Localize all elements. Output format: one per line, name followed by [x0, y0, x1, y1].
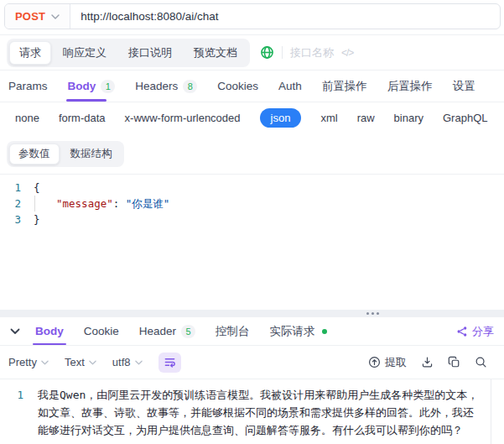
url-input-group: POST http://localhost:8080/ai/chat [4, 3, 501, 29]
body-type-raw[interactable]: raw [357, 112, 375, 124]
tab-data-structure[interactable]: 数据结构 [61, 144, 122, 165]
tab-response-cookie[interactable]: Cookie [84, 317, 119, 345]
word-wrap-icon [164, 356, 176, 368]
doc-tab-group: 请求 响应定义 接口说明 预览文档 [7, 39, 250, 67]
tab-response-header[interactable]: Header5 [139, 317, 195, 345]
status-dot [322, 329, 327, 334]
tab-body[interactable]: Body1 [68, 71, 116, 102]
response-text: 我是Qwen，由阿里云开发的预训练语言模型。我被设计用来帮助用户生成各种类型的文… [38, 386, 484, 444]
line-number: 2 [0, 196, 34, 212]
word-wrap-toggle[interactable] [158, 353, 181, 373]
format-dropdown[interactable]: Pretty [8, 356, 49, 368]
body-type-x-www-form-urlencoded[interactable]: x-www-form-urlencoded [125, 112, 241, 124]
extract-label: 提取 [385, 355, 407, 370]
json-key: "message" [56, 197, 113, 210]
response-tabs: Body Cookie Header5 控制台 实际请求 分享 [0, 317, 504, 346]
divider [282, 46, 283, 59]
editor-line: 3 } [0, 212, 504, 227]
share-button[interactable]: 分享 [456, 324, 494, 339]
tab-post-operations[interactable]: 后置操作 [387, 71, 433, 102]
tab-response-body[interactable]: Body [35, 317, 64, 345]
tab-preview-doc[interactable]: 预览文档 [184, 41, 247, 65]
encoding-dropdown[interactable]: utf8 [112, 356, 143, 368]
url-bar-row: POST http://localhost:8080/ai/chat [0, 0, 504, 35]
line-number: 1 [0, 180, 34, 196]
scrollbar[interactable] [491, 379, 504, 444]
chevron-down-icon [51, 14, 60, 19]
copy-icon[interactable] [448, 356, 460, 368]
panel-resize-handle[interactable] [0, 310, 504, 317]
body-type-graphql[interactable]: GraphQL [443, 112, 487, 124]
json-value: "你是谁" [126, 197, 170, 210]
method-label: POST [15, 10, 45, 23]
chevron-down-icon [135, 360, 143, 365]
body-type-form-data[interactable]: form-data [59, 112, 106, 124]
tab-api-description[interactable]: 接口说明 [118, 41, 182, 65]
body-count-badge: 1 [101, 80, 115, 93]
doc-tabs-row: 请求 响应定义 接口说明 预览文档 接口名称 </> [0, 35, 504, 71]
body-type-binary[interactable]: binary [394, 112, 423, 124]
globe-icon[interactable] [260, 45, 274, 60]
extract-button[interactable]: 提取 [368, 355, 407, 370]
line-number: 3 [0, 212, 34, 227]
line-number: 1 [0, 386, 23, 444]
chevron-down-icon [10, 328, 20, 335]
tab-param-values[interactable]: 参数值 [9, 144, 60, 165]
response-body-viewer[interactable]: 1 我是Qwen，由阿里云开发的预训练语言模型。我被设计用来帮助用户生成各种类型… [0, 379, 504, 444]
share-icon [456, 326, 468, 337]
tab-response-definition[interactable]: 响应定义 [53, 41, 117, 65]
tab-console[interactable]: 控制台 [216, 317, 250, 345]
body-type-xml[interactable]: xml [320, 112, 337, 124]
collapse-panel-button[interactable] [10, 328, 20, 335]
header-count-badge: 5 [181, 325, 195, 338]
editor-line: 1 { [0, 180, 504, 196]
endpoint-name-placeholder[interactable]: 接口名称 [290, 45, 334, 60]
tab-pre-operations[interactable]: 前置操作 [322, 71, 367, 102]
endpoint-name-zone: 接口名称 </> [260, 45, 353, 60]
tab-cookies[interactable]: Cookies [217, 71, 258, 102]
body-type-selector: none form-data x-www-form-urlencoded jso… [0, 102, 504, 133]
tab-params[interactable]: Params [8, 71, 48, 102]
tab-headers[interactable]: Headers8 [135, 71, 197, 102]
drag-dots-icon [366, 312, 369, 315]
search-icon[interactable] [475, 356, 487, 368]
body-type-none[interactable]: none [15, 112, 39, 124]
tab-actual-request[interactable]: 实际请求 [270, 317, 327, 345]
share-label: 分享 [472, 324, 494, 339]
request-tabs: Params Body1 Headers8 Cookies Auth 前置操作 … [0, 71, 504, 102]
body-view-tabs: 参数值 数据结构 [0, 133, 504, 174]
tab-settings[interactable]: 设置 [453, 71, 475, 102]
extract-icon [368, 356, 381, 368]
headers-count-badge: 8 [183, 80, 197, 93]
toolbar-right-actions: 提取 [368, 355, 496, 370]
view-mode-dropdown[interactable]: Text [65, 356, 96, 368]
tab-request[interactable]: 请求 [9, 41, 51, 65]
method-dropdown[interactable]: POST [5, 4, 70, 29]
chevron-down-icon [41, 360, 49, 365]
body-type-json[interactable]: json [260, 108, 302, 128]
code-brackets-icon: </> [341, 47, 353, 59]
tab-auth[interactable]: Auth [278, 71, 302, 102]
download-icon[interactable] [421, 356, 434, 368]
chevron-down-icon [89, 360, 96, 365]
url-input[interactable]: http://localhost:8080/ai/chat [70, 4, 500, 29]
editor-line: 2 "message": "你是谁" [0, 196, 504, 212]
request-body-editor[interactable]: 1 { 2 "message": "你是谁" 3 } [0, 174, 504, 310]
response-toolbar: Pretty Text utf8 提取 [0, 346, 504, 379]
indent-guide [34, 196, 35, 212]
